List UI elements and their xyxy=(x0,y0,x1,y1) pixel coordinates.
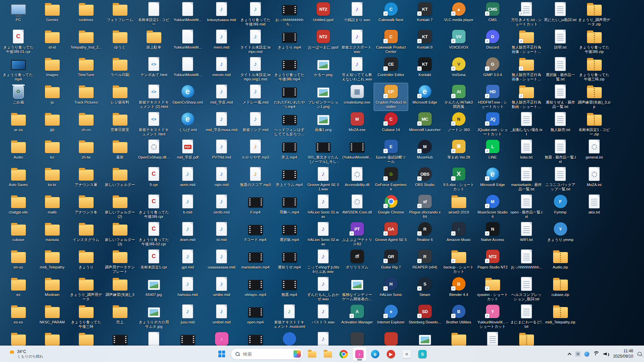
desktop-icon[interactable]: V↗VoiSona xyxy=(442,56,476,83)
desktop-icon[interactable]: 筆↗筆まめ Ver.28 xyxy=(442,138,476,166)
desktop-icon[interactable]: OpenCvSharp.xml xyxy=(171,83,205,111)
desktop-icon[interactable]: Y↗YukkuriMovieM... - ショートカット xyxy=(476,303,509,330)
desktop-icon[interactable]: td.mid xyxy=(205,221,238,248)
desktop-icon[interactable]: MoZA.ini xyxy=(577,166,611,193)
desktop-icon[interactable]: umibe.mid xyxy=(205,276,238,303)
desktop-icon[interactable]: R↗Reaktor 6 xyxy=(408,221,442,248)
desktop-icon[interactable]: jusu.mid xyxy=(171,303,205,330)
desktop-icon[interactable]: 新規ソング.mid xyxy=(238,111,272,138)
desktop-icon[interactable]: JQ↗JQuake.exe - ショートカット xyxy=(476,111,509,138)
desktop-icon[interactable]: プレゼンテーション1.png xyxy=(306,83,340,111)
desktop-icon[interactable]: chatgpt-site xyxy=(1,193,35,221)
desktop-icon[interactable]: H↗HALion Sonic xyxy=(374,276,408,303)
desktop-icon[interactable]: gpt.mid xyxy=(171,248,205,276)
desktop-icon[interactable]: ↗backup - ショートカット xyxy=(442,248,476,276)
desktop-icon[interactable]: ko xyxy=(35,138,69,166)
desktop-icon[interactable]: A↗Activation Manager xyxy=(340,303,374,330)
search-input[interactable] xyxy=(243,351,291,357)
desktop-icon[interactable]: メドレー風.mid xyxy=(238,83,272,111)
desktop-icon[interactable]: zh-cn xyxy=(69,111,103,138)
desktop-icon[interactable]: おっhhhhhhhhhh... xyxy=(509,248,543,276)
desktop-icon[interactable]: 調声練習(失敗)_3.zip xyxy=(577,83,611,111)
desktop-icon[interactable]: midi_Telepathy xyxy=(35,248,69,276)
desktop-icon[interactable]: きょうり食ってた.mp4 xyxy=(1,56,35,83)
desktop-icon[interactable]: 通知うぜ.mp4 xyxy=(272,248,306,276)
desktop-icon[interactable]: 井上ドラム.mp4 xyxy=(272,166,306,193)
desktop-icon[interactable]: G↗GIMP 3.0.4 xyxy=(476,56,509,83)
notification-bell-icon[interactable] xyxy=(637,352,642,357)
desktop-icon[interactable]: airset2-2019 xyxy=(442,193,476,221)
desktop-icon[interactable]: N↗ノートン 360 xyxy=(442,111,476,138)
video-editor-taskbar-button[interactable]: S xyxy=(416,347,429,361)
desktop-icon[interactable]: G↗GeForce Experience xyxy=(374,166,408,193)
desktop-icon[interactable]: D↗Discord xyxy=(476,28,509,56)
desktop-icon[interactable]: ksks.txt xyxy=(509,138,543,166)
desktop-icon[interactable]: E↗Epson 接続診断ツール xyxy=(374,138,408,166)
desktop-icon[interactable]: umibet.mid xyxy=(205,303,238,330)
desktop-icon[interactable]: ▲↗VLC media player xyxy=(442,1,476,28)
desktop-icon[interactable]: こってehngすおfdsbりぷあ.wav xyxy=(306,248,340,276)
desktop-icon[interactable]: きょうりボカロ用サムネ.jpg xyxy=(137,303,171,330)
desktop-icon[interactable]: まにまにわーるど!.txt xyxy=(509,303,543,330)
desktop-icon[interactable]: Telepathy_Inst_2... xyxy=(69,28,103,56)
desktop-icon[interactable]: FFymmp xyxy=(543,193,577,221)
desktop-icon[interactable]: 井上.mp4 xyxy=(272,138,306,166)
desktop-icon[interactable]: uaaaaaaaaa.mid xyxy=(205,248,238,276)
desktop-icon[interactable]: PVTNd.mid xyxy=(205,138,238,166)
desktop-icon[interactable]: meroin.mid xyxy=(205,56,238,83)
desktop-icon[interactable]: ja xyxy=(35,83,69,111)
desktop-icon[interactable]: open - 親作品一覧.txt xyxy=(509,193,543,221)
desktop-icon[interactable]: ポポリリリズム xyxy=(340,248,374,276)
desktop-icon[interactable]: きょうり_調声用データ.zip xyxy=(577,1,611,28)
desktop-icon[interactable]: createdump.exe xyxy=(340,83,374,111)
desktop-icon[interactable]: NT2↗Piapro Studio NT2 xyxy=(476,248,509,276)
clock[interactable]: 11:46 2025/09/10 xyxy=(613,349,633,359)
desktop-icon[interactable]: 調声練習(失敗)_3 xyxy=(103,276,137,303)
desktop-icon[interactable]: AWSSDK.Core.dll xyxy=(340,193,374,221)
desktop-icon[interactable]: NKSC_PARAM xyxy=(35,303,69,330)
desktop-icon[interactable]: _起動しない場合.txt xyxy=(509,111,543,138)
desktop-icon[interactable]: KT↗Kontakt 7 xyxy=(408,1,442,28)
desktop-icon[interactable]: sirofo.mid xyxy=(205,193,238,221)
media-player-taskbar-button[interactable]: ▶ xyxy=(384,347,398,361)
desktop-icon[interactable]: 9.cpr xyxy=(137,166,171,193)
desktop-icon[interactable]: 無題 - 親作品一覧.txt xyxy=(543,138,577,166)
desktop-icon[interactable]: アナウンス冬 xyxy=(69,193,103,221)
desktop-icon[interactable]: runtimes xyxy=(69,1,103,28)
desktop-icon[interactable]: mero.mid xyxy=(205,28,238,56)
desktop-icon[interactable]: ♪↗Amazon Music xyxy=(442,221,476,248)
desktop-icon[interactable]: バストラ.wav xyxy=(306,303,340,330)
desktop-icon[interactable]: ラベル印刷 xyxy=(103,56,137,83)
desktop-icon[interactable]: akis.txt xyxy=(577,193,611,221)
desktop-icon[interactable]: manisekarin - 親作品一覧.txt xyxy=(509,166,543,193)
desktop-icon[interactable]: Audio.zip xyxy=(543,248,577,276)
desktop-icon[interactable]: ↗無人販売不正行為画像 - ショートカット xyxy=(509,56,543,83)
desktop-icon[interactable]: ↗Microsoft Edge xyxy=(408,83,442,111)
tray-security-app-icon[interactable] xyxy=(584,352,589,357)
desktop-icon[interactable]: フォトフレーム xyxy=(103,1,137,28)
desktop-icon[interactable]: ar-sa xyxy=(1,111,35,138)
desktop-icon[interactable]: cubase xyxy=(1,221,35,248)
desktop-icon[interactable]: 営業日変更 xyxy=(103,111,137,138)
desktop-icon[interactable]: YukkuriMovieM... xyxy=(171,56,205,83)
desktop-icon[interactable]: きょうり食ってた午後三時.zip xyxy=(577,56,611,83)
desktop-icon[interactable]: きょうり食ってた午後3時.mid xyxy=(238,1,272,28)
desktop-icon[interactable]: R↗REAPER (x64) xyxy=(408,248,442,276)
desktop-icon[interactable]: C↗Cakewalk Next xyxy=(374,1,408,28)
desktop-icon[interactable]: es xyxy=(1,276,35,303)
desktop-icon[interactable]: OBS↗OBS Studio xyxy=(408,166,442,193)
desktop-icon[interactable]: manisekarin.mp4 xyxy=(238,248,272,276)
hidden-icons-chevron-icon[interactable] xyxy=(568,352,572,356)
desktop-icon[interactable]: 答え知ってても教えないわこれ.wav xyxy=(340,56,374,83)
desktop-icon[interactable]: C↗Cubase 14 xyxy=(374,111,408,138)
desktop-icon[interactable]: ヘッドフォンはずしてても反ろつっぱ.mp4 xyxy=(272,111,306,138)
desktop-icon[interactable]: en-us xyxy=(1,248,35,276)
desktop-icon[interactable]: malib xyxy=(35,193,69,221)
desktop-icon[interactable]: HALion Sonic 02.wav xyxy=(306,221,340,248)
desktop-icon[interactable]: 無題のスコア.mp3 xyxy=(238,166,272,193)
desktop-icon[interactable]: おっhhhhhhhhhhh... xyxy=(272,1,306,28)
desktop-icon[interactable]: AI↗かんたん!AITalk3 関西風 xyxy=(442,83,476,111)
desktop-icon[interactable]: くらげ.xml xyxy=(171,111,205,138)
desktop-icon[interactable]: 選択版 - 親作品一覧.txt xyxy=(543,56,577,83)
desktop-icon[interactable]: dram.mid xyxy=(171,221,205,248)
